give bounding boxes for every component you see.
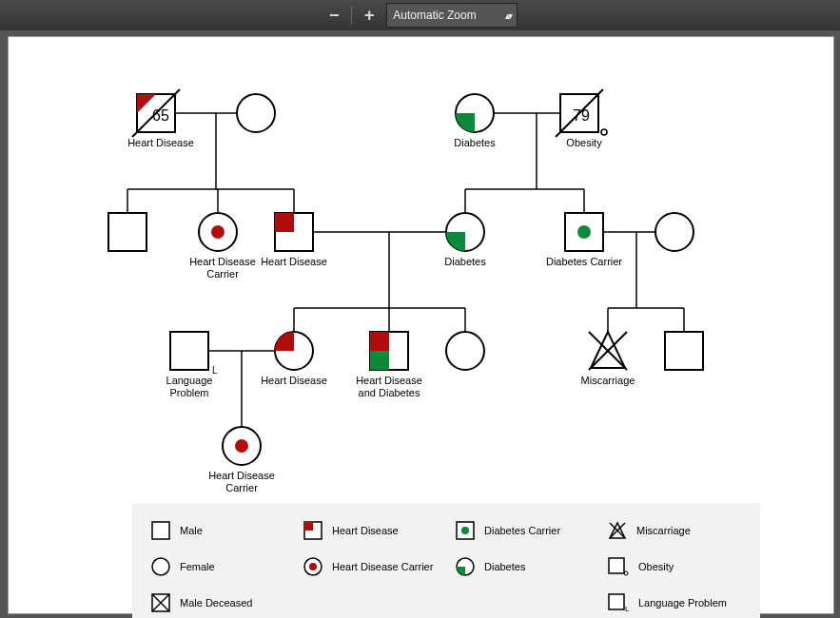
- zoom-mode-select[interactable]: Automatic Zoom ▴▾: [386, 3, 517, 28]
- legend-male-deceased: Male Deceased: [151, 593, 284, 612]
- legend-diabetes-label: Diabetes: [484, 561, 525, 572]
- legend-male-deceased-label: Male Deceased: [180, 597, 252, 608]
- svg-point-31: [601, 129, 607, 135]
- pedigree-diagram: 65 79 L: [9, 37, 833, 613]
- toolbar-separator: [351, 6, 352, 25]
- legend-hd-carrier: Heart Disease Carrier: [303, 557, 437, 576]
- node-female-2: [655, 213, 693, 251]
- node-male-hd-diabetes: [370, 332, 408, 370]
- svg-rect-65: [609, 594, 624, 609]
- document-viewport[interactable]: 65 79 L: [0, 30, 840, 618]
- node-female-hd-carrier-2: [223, 427, 261, 465]
- node-female-diabetes: [456, 94, 494, 132]
- legend: Male Heart Disease Diabetes Carrier Misc…: [132, 503, 760, 618]
- legend-language-label: Language Problem: [638, 597, 727, 608]
- label-diabetes-2: Diabetes: [437, 256, 494, 268]
- zoom-out-button[interactable]: −: [322, 4, 345, 27]
- legend-female-label: Female: [180, 561, 215, 572]
- node-female-3: [446, 332, 484, 370]
- svg-rect-43: [370, 332, 389, 351]
- label-hd-3: Heart Disease: [256, 375, 332, 387]
- node-male-deceased-hd: 65: [132, 89, 180, 137]
- label-diab-carrier: Diabetes Carrier: [541, 256, 627, 268]
- node-male-deceased-obesity: 79: [556, 89, 607, 137]
- legend-misc-label: Miscarriage: [636, 525, 691, 536]
- svg-point-33: [211, 225, 225, 239]
- chevron-updown-icon: ▴▾: [505, 10, 511, 21]
- svg-rect-35: [275, 213, 294, 232]
- svg-point-56: [152, 558, 169, 575]
- legend-male: Male: [151, 521, 284, 540]
- svg-point-58: [309, 563, 317, 570]
- svg-rect-39: [170, 332, 208, 370]
- legend-female: Female: [151, 557, 284, 576]
- label-language: Language Problem: [156, 375, 223, 398]
- node-male: [108, 213, 147, 251]
- legend-obesity-label: Obesity: [638, 561, 674, 572]
- label-misc: Miscarriage: [575, 375, 641, 387]
- legend-diabetes: Diabetes: [456, 557, 589, 576]
- svg-rect-51: [304, 522, 313, 531]
- node-female-diabetes-2: [446, 213, 484, 251]
- legend-language: L Language Problem: [608, 593, 741, 612]
- svg-point-48: [235, 439, 248, 453]
- node-male-3: [665, 332, 703, 370]
- svg-text:65: 65: [152, 107, 169, 124]
- label-diabetes: Diabetes: [446, 137, 503, 149]
- legend-diab-carrier-label: Diabetes Carrier: [484, 525, 560, 536]
- node-female: [237, 94, 275, 132]
- legend-obesity: Obesity: [608, 557, 741, 576]
- svg-text:L: L: [625, 605, 629, 612]
- legend-misc: Miscarriage: [608, 521, 741, 540]
- svg-point-53: [461, 527, 469, 534]
- legend-hd: Heart Disease: [303, 521, 437, 540]
- legend-hd-label: Heart Disease: [332, 525, 399, 536]
- node-male-language: L: [170, 332, 218, 376]
- svg-rect-44: [370, 351, 389, 370]
- node-female-hd-carrier: [199, 213, 237, 251]
- svg-rect-49: [152, 522, 169, 539]
- node-female-hd: [275, 332, 313, 370]
- node-miscarriage: [589, 332, 627, 370]
- label-hd: Heart Disease: [123, 137, 199, 149]
- label-hd-carrier: Heart Disease Carrier: [185, 256, 261, 280]
- svg-text:79: 79: [573, 107, 590, 124]
- zoom-mode-label: Automatic Zoom: [393, 9, 476, 22]
- label-hd-diab: Heart Disease and Diabetes: [351, 375, 427, 398]
- legend-diab-carrier: Diabetes Carrier: [456, 521, 589, 540]
- legend-hd-carrier-label: Heart Disease Carrier: [332, 561, 433, 572]
- document-page: 65 79 L: [8, 36, 834, 614]
- node-male-hd: [275, 213, 313, 251]
- zoom-in-button[interactable]: +: [358, 4, 381, 27]
- svg-point-38: [577, 225, 591, 239]
- legend-male-label: Male: [180, 525, 203, 536]
- label-hd-2: Heart Disease: [256, 256, 332, 268]
- svg-rect-60: [609, 558, 624, 573]
- node-male-diabetes-carrier: [565, 213, 603, 251]
- pdf-toolbar: − + Automatic Zoom ▴▾: [0, 0, 840, 30]
- label-hd-carrier-2: Heart Disease Carrier: [204, 470, 280, 493]
- label-obesity: Obesity: [556, 137, 613, 149]
